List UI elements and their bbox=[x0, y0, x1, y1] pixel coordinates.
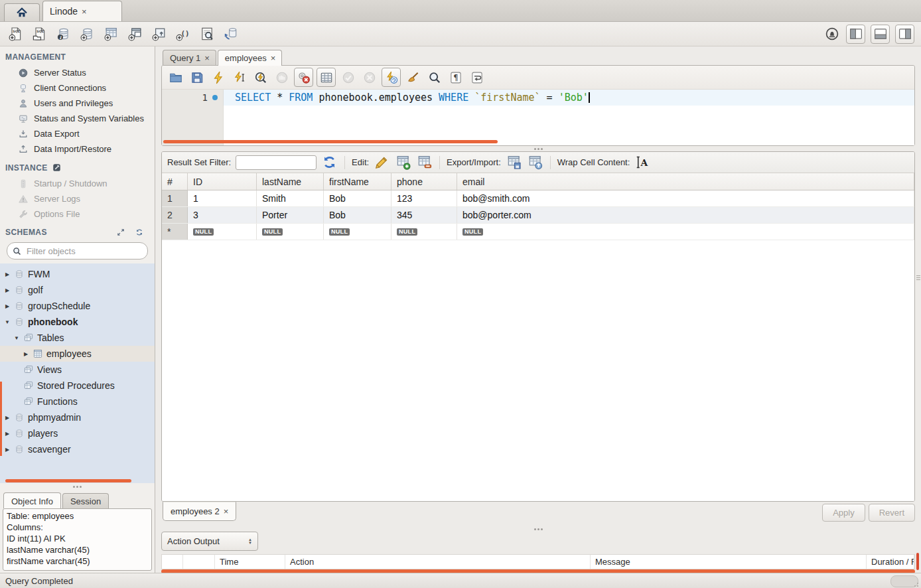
grid-cell[interactable]: bob@porter.com bbox=[457, 207, 914, 223]
open-sql-script-button[interactable]: SQL bbox=[31, 25, 48, 43]
tree-item-golf[interactable]: ▶golf bbox=[0, 282, 155, 298]
schema-filter-input[interactable] bbox=[25, 246, 143, 257]
connection-tab-close-icon[interactable]: × bbox=[82, 7, 87, 17]
output-column-icon[interactable] bbox=[162, 555, 183, 569]
sidebar-splitter[interactable] bbox=[0, 483, 155, 490]
create-procedure-button[interactable] bbox=[150, 25, 168, 43]
sidebar-item-client-connections[interactable]: Client Connections bbox=[0, 80, 155, 96]
grid-cell[interactable]: NULL bbox=[257, 224, 324, 240]
revert-button[interactable]: Revert bbox=[869, 504, 915, 522]
tree-item-players[interactable]: ▶players bbox=[0, 425, 155, 441]
sidebar-item-server-status[interactable]: Server Status bbox=[0, 65, 155, 80]
tree-expand-arrow-icon[interactable]: ▼ bbox=[13, 335, 20, 341]
editor-tab-query-1[interactable]: Query 1× bbox=[163, 50, 216, 65]
resultset-tab[interactable]: employees 2 × bbox=[163, 502, 236, 521]
tree-item-scavenger[interactable]: ▶scavenger bbox=[0, 441, 155, 457]
apply-button[interactable]: Apply bbox=[822, 504, 865, 522]
add-row-icon[interactable] bbox=[395, 154, 411, 171]
grid-cell[interactable]: Porter bbox=[257, 207, 324, 223]
grid-header-cell[interactable]: ID bbox=[188, 173, 257, 190]
grid-cell[interactable]: bob@smith.com bbox=[457, 190, 914, 206]
schemas-refresh-icon[interactable] bbox=[135, 228, 144, 237]
output-column-icon[interactable] bbox=[183, 555, 215, 569]
grid-cell[interactable]: 1 bbox=[188, 190, 257, 206]
tree-item-employees[interactable]: ▶employees bbox=[0, 346, 155, 362]
output-column-action[interactable]: Action bbox=[285, 555, 591, 569]
beautify-script-button[interactable] bbox=[404, 68, 422, 86]
refresh-results-icon[interactable] bbox=[321, 154, 338, 171]
search-table-data-button[interactable] bbox=[198, 25, 216, 43]
wrap-cell-content-icon[interactable]: A bbox=[634, 154, 651, 171]
tree-item-phonebook[interactable]: ▼phonebook bbox=[0, 314, 155, 330]
schema-tree-hscrollbar[interactable] bbox=[5, 479, 131, 482]
sidebar-item-users-and-privileges[interactable]: Users and Privileges bbox=[0, 96, 155, 111]
toggle-bottom-panel-button[interactable] bbox=[871, 25, 890, 44]
toggle-word-wrap-button[interactable] bbox=[468, 68, 486, 86]
grid-cell[interactable]: 123 bbox=[391, 190, 457, 206]
toggle-invisible-chars-button[interactable]: ¶ bbox=[447, 68, 464, 86]
tab-close-icon[interactable]: × bbox=[204, 53, 210, 63]
grid-cell[interactable]: 3 bbox=[188, 207, 257, 223]
tree-expand-arrow-icon[interactable]: ▶ bbox=[4, 431, 11, 437]
grid-cell[interactable]: * bbox=[162, 224, 188, 240]
tree-item-phpmyadmin[interactable]: ▶phpmyadmin bbox=[0, 409, 155, 425]
inspect-database-button[interactable]: i bbox=[54, 25, 72, 43]
editor-result-splitter[interactable] bbox=[161, 146, 915, 151]
toggle-left-panel-button[interactable] bbox=[846, 25, 865, 44]
tree-expand-arrow-icon[interactable]: ▶ bbox=[4, 287, 11, 293]
toggle-right-panel-button[interactable] bbox=[895, 25, 914, 44]
sql-editor[interactable]: 1 SELECT * FROM phonebook.employees WHER… bbox=[162, 90, 914, 145]
tree-item-groupschedule[interactable]: ▶groupSchedule bbox=[0, 298, 155, 314]
output-vscrollbar[interactable] bbox=[916, 553, 919, 570]
tree-item-functions[interactable]: Functions bbox=[0, 394, 155, 409]
notifications-button[interactable] bbox=[823, 25, 841, 43]
tab-close-icon[interactable]: × bbox=[271, 53, 276, 63]
output-column-duration-fetch[interactable]: Duration / Fetch bbox=[867, 555, 914, 569]
tab-session[interactable]: Session bbox=[62, 493, 109, 508]
tab-object-info[interactable]: Object Info bbox=[3, 492, 61, 508]
tree-item-stored-procedures[interactable]: Stored Procedures bbox=[0, 378, 155, 394]
tree-item-views[interactable]: Views bbox=[0, 362, 155, 378]
grid-cell[interactable]: Bob bbox=[324, 190, 391, 206]
output-column-message[interactable]: Message bbox=[591, 555, 867, 569]
create-function-button[interactable]: () bbox=[174, 25, 192, 43]
edit-cell-icon[interactable] bbox=[374, 154, 390, 171]
tree-expand-arrow-icon[interactable]: ▶ bbox=[4, 271, 11, 277]
sidebar-item-data-export[interactable]: Data Export bbox=[0, 126, 155, 141]
grid-cell[interactable]: NULL bbox=[188, 224, 257, 240]
grid-header-cell[interactable]: firstName bbox=[324, 173, 391, 190]
sidebar-item-options-file[interactable]: Options File bbox=[0, 206, 155, 222]
explain-plan-button[interactable] bbox=[251, 68, 269, 86]
output-type-select[interactable]: Action Output ▲▼ bbox=[161, 532, 258, 551]
reconnect-dbms-button[interactable] bbox=[222, 25, 240, 43]
tree-expand-arrow-icon[interactable]: ▶ bbox=[4, 303, 11, 309]
home-tab[interactable] bbox=[4, 3, 40, 21]
tree-expand-arrow-icon[interactable]: ▶ bbox=[4, 447, 11, 453]
new-query-tab-button[interactable]: SQL bbox=[7, 25, 25, 43]
code-area[interactable]: SELECT * FROM phonebook.employees WHERE … bbox=[224, 90, 914, 145]
grid-cell[interactable]: 1 bbox=[162, 190, 188, 206]
sidebar-item-startup-shutdown[interactable]: Startup / Shutdown bbox=[0, 176, 155, 191]
export-recordset-icon[interactable] bbox=[506, 154, 522, 171]
tree-expand-arrow-icon[interactable]: ▶ bbox=[4, 415, 11, 421]
grid-cell[interactable]: Bob bbox=[324, 207, 391, 223]
grid-cell[interactable]: Smith bbox=[257, 190, 324, 206]
find-button[interactable] bbox=[425, 68, 443, 86]
toggle-stop-on-error-button[interactable] bbox=[294, 68, 313, 87]
delete-row-icon[interactable] bbox=[416, 154, 433, 171]
save-script-button[interactable] bbox=[188, 68, 206, 86]
object-info-vscrollbar[interactable] bbox=[0, 382, 2, 456]
limit-rows-button[interactable] bbox=[317, 68, 336, 87]
grid-header-cell[interactable]: phone bbox=[391, 173, 457, 190]
toggle-autocommit-button[interactable] bbox=[382, 68, 401, 87]
tree-expand-arrow-icon[interactable]: ▼ bbox=[4, 319, 11, 325]
grid-header-cell[interactable]: lastName bbox=[257, 173, 324, 190]
result-filter-input[interactable] bbox=[236, 155, 317, 170]
tree-item-fwm[interactable]: ▶FWM bbox=[0, 266, 155, 282]
editor-hscrollbar[interactable] bbox=[163, 140, 498, 143]
execute-current-statement-button[interactable] bbox=[230, 68, 248, 86]
sidebar-item-data-import-restore[interactable]: Data Import/Restore bbox=[0, 141, 155, 157]
grid-cell[interactable]: 345 bbox=[391, 207, 457, 223]
schemas-expand-icon[interactable] bbox=[116, 228, 125, 237]
grid-cell[interactable]: NULL bbox=[324, 224, 391, 240]
